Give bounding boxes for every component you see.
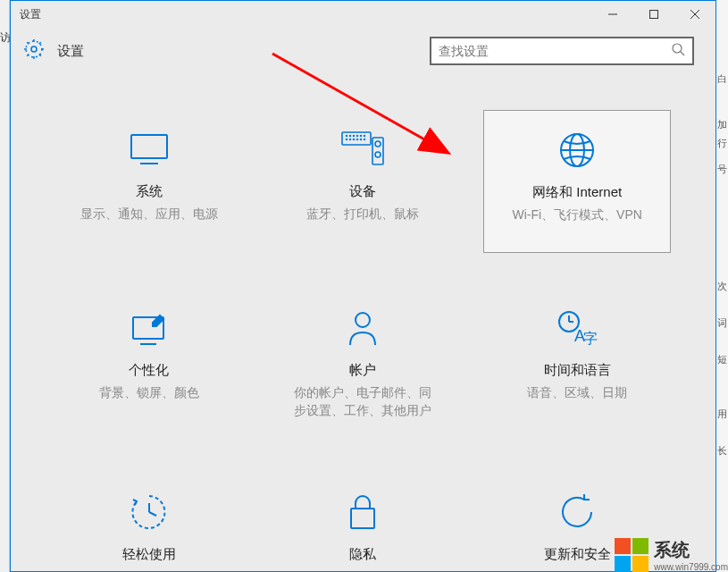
globe-icon — [557, 129, 597, 172]
ease-icon — [130, 491, 169, 534]
personalization-icon — [130, 307, 169, 349]
svg-text:字: 字 — [583, 331, 598, 346]
header: 设置 — [11, 28, 715, 83]
tile-privacy[interactable]: 隐私 — [270, 473, 457, 572]
svg-point-6 — [673, 44, 682, 53]
svg-point-13 — [354, 136, 355, 137]
tile-time-language[interactable]: A 字 时间和语言 语音、区域、日期 — [483, 289, 671, 437]
devices-icon — [340, 128, 385, 171]
watermark-text: 系统 www.win7999.com — [654, 538, 728, 572]
svg-line-38 — [149, 512, 156, 516]
svg-point-22 — [364, 139, 365, 140]
update-icon — [557, 491, 597, 534]
svg-point-16 — [364, 136, 365, 137]
tile-title: 时间和语言 — [544, 362, 611, 379]
search-box[interactable] — [430, 37, 694, 65]
tile-devices[interactable]: 设备 蓝牙、打印机、鼠标 — [270, 110, 457, 253]
svg-point-21 — [361, 139, 362, 140]
search-icon — [671, 42, 685, 60]
tile-title: 轻松使用 — [122, 546, 176, 563]
svg-rect-39 — [351, 509, 374, 528]
watermark-main: 系统 — [654, 538, 690, 562]
header-left: 设置 — [23, 38, 84, 63]
tile-desc: Wi-Fi、飞行模式、VPN — [512, 206, 641, 224]
svg-point-31 — [356, 313, 370, 327]
svg-point-17 — [347, 139, 347, 140]
svg-point-12 — [350, 136, 351, 137]
maximize-button[interactable] — [633, 1, 674, 28]
watermark-logo-icon — [615, 538, 649, 572]
display-icon — [128, 128, 171, 171]
minimize-button[interactable] — [592, 1, 633, 28]
svg-rect-1 — [650, 11, 658, 19]
tile-system[interactable]: 系统 显示、通知、应用、电源 — [55, 110, 243, 253]
time-language-icon: A 字 — [556, 307, 598, 349]
tile-personalization[interactable]: 个性化 背景、锁屏、颜色 — [55, 289, 243, 437]
svg-point-14 — [357, 136, 358, 137]
svg-line-7 — [681, 52, 684, 55]
search-input[interactable] — [439, 44, 671, 58]
tile-desc: 你的帐户、电子邮件、同步设置、工作、其他用户 — [291, 384, 434, 419]
settings-grid: 系统 显示、通知、应用、电源 设备 蓝牙、打印机、鼠标 — [11, 83, 715, 572]
tile-network[interactable]: 网络和 Internet Wi-Fi、飞行模式、VPN — [483, 110, 671, 253]
background-panel-left: 访 — [0, 0, 10, 572]
close-button[interactable] — [674, 1, 715, 28]
svg-point-20 — [357, 139, 358, 140]
tile-desc: 蓝牙、打印机、鼠标 — [306, 206, 419, 223]
tile-title: 更新和安全 — [544, 546, 611, 563]
svg-point-25 — [375, 152, 381, 157]
background-panel-right: 白 加 行 号 次 词 短 用 长 — [716, 0, 728, 572]
tile-accounts[interactable]: 帐户 你的帐户、电子邮件、同步设置、工作、其他用户 — [270, 289, 457, 437]
svg-point-15 — [361, 136, 362, 137]
svg-rect-8 — [131, 135, 167, 158]
gear-icon — [23, 38, 45, 63]
watermark: 系统 www.win7999.com — [615, 538, 728, 572]
tile-title: 系统 — [136, 183, 163, 200]
tile-ease-of-access[interactable]: 轻松使用 — [55, 473, 243, 572]
svg-point-18 — [350, 139, 351, 140]
window-title: 设置 — [11, 7, 41, 22]
page-title: 设置 — [57, 43, 84, 60]
titlebar: 设置 — [11, 1, 715, 28]
tile-title: 帐户 — [349, 362, 376, 379]
tile-desc: 显示、通知、应用、电源 — [80, 206, 218, 223]
svg-point-24 — [375, 141, 381, 147]
svg-point-4 — [31, 46, 37, 52]
watermark-url: www.win7999.com — [654, 562, 728, 572]
tile-title: 设备 — [349, 183, 376, 200]
person-icon — [345, 307, 381, 349]
settings-window: 设置 设置 — [10, 0, 716, 572]
svg-point-19 — [354, 139, 355, 140]
window-controls — [592, 1, 715, 28]
lock-icon — [347, 491, 379, 534]
tile-title: 隐私 — [349, 546, 376, 563]
svg-point-11 — [347, 136, 347, 137]
tile-desc: 背景、锁屏、颜色 — [99, 384, 199, 402]
tile-title: 网络和 Internet — [532, 184, 622, 201]
tile-title: 个性化 — [129, 362, 169, 379]
tile-desc: 语音、区域、日期 — [527, 384, 627, 402]
